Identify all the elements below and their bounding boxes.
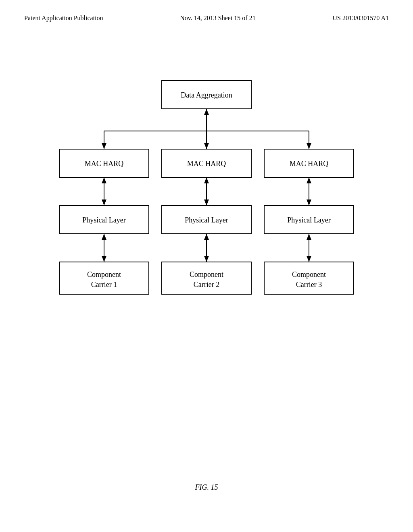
- arrow-phy-cc-1-up: [102, 234, 106, 240]
- figure-caption-text: FIG. 15: [195, 483, 218, 491]
- data-aggregation-label: Data Aggregation: [181, 91, 232, 99]
- component-carrier-3-line2: Carrier 3: [296, 281, 322, 289]
- diagram-container: Data Aggregation MAC HARQ MAC HARQ MAC H…: [0, 56, 413, 451]
- component-carrier-1-line1: Component: [87, 270, 121, 278]
- arrow-mac-phy-2-down: [204, 200, 209, 206]
- physical-layer-3-label: Physical Layer: [287, 216, 330, 224]
- arrow-mac-phy-1-down: [102, 200, 106, 206]
- header-left: Patent Application Publication: [24, 15, 103, 22]
- mac-harq-1-label: MAC HARQ: [85, 160, 124, 168]
- page-header: Patent Application Publication Nov. 14, …: [0, 0, 413, 22]
- arrow-phy-cc-3-up: [307, 234, 311, 240]
- arrow-phy-cc-3-down: [307, 256, 311, 262]
- physical-layer-1-label: Physical Layer: [82, 216, 125, 224]
- mac-harq-2-label: MAC HARQ: [187, 160, 226, 168]
- arrow-mac-phy-3-down: [307, 200, 311, 206]
- arrow-middle-down: [204, 143, 209, 149]
- header-center: Nov. 14, 2013 Sheet 15 of 21: [180, 15, 255, 22]
- mac-harq-3-label: MAC HARQ: [290, 160, 329, 168]
- arrow-phy-cc-2-down: [204, 256, 209, 262]
- header-right: US 2013/0301570 A1: [332, 15, 389, 22]
- physical-layer-2-label: Physical Layer: [185, 216, 228, 224]
- arrow-phy-cc-2-up: [204, 234, 209, 240]
- component-carrier-2-line2: Carrier 2: [194, 281, 219, 289]
- component-carrier-2-line1: Component: [190, 270, 223, 278]
- component-carrier-3-line1: Component: [292, 270, 326, 278]
- arrow-right-down: [307, 143, 311, 149]
- arrow-left-down: [102, 143, 106, 149]
- arrow-phy-cc-1-down: [102, 256, 106, 262]
- arrow-mac-phy-1-up: [102, 177, 106, 183]
- arrow-da-up: [204, 109, 209, 115]
- arrow-mac-phy-2-up: [204, 177, 209, 183]
- arrow-mac-phy-3-up: [307, 177, 311, 183]
- component-carrier-1-line2: Carrier 1: [91, 281, 117, 289]
- diagram-svg: Data Aggregation MAC HARQ MAC HARQ MAC H…: [0, 56, 413, 419]
- figure-caption: FIG. 15: [0, 483, 413, 492]
